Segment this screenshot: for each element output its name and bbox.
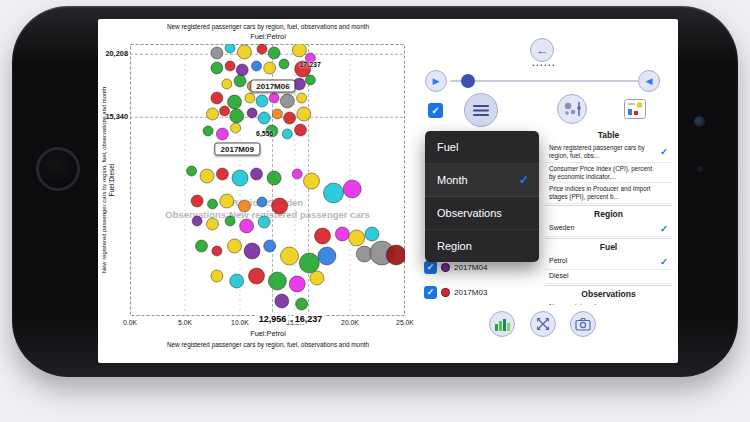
timeline-slider-knob[interactable]	[461, 74, 475, 88]
dropdown-item-fuel[interactable]: Fuel	[425, 131, 539, 164]
bubble[interactable]	[216, 128, 228, 140]
bubble[interactable]	[249, 268, 265, 284]
bubble[interactable]	[295, 124, 307, 136]
catalog-item[interactable]: Sweden✓	[545, 221, 672, 237]
catalog-item[interactable]: New registered passenger cars by region,…	[545, 142, 672, 163]
bubble[interactable]	[245, 93, 255, 103]
bubble[interactable]	[318, 247, 336, 265]
bubble[interactable]	[281, 247, 299, 265]
bubble[interactable]	[234, 75, 246, 87]
dimension-menu-button[interactable]	[464, 93, 498, 127]
bubble[interactable]	[232, 170, 248, 186]
bubble[interactable]	[297, 107, 311, 121]
catalog-item[interactable]: Diesel	[545, 270, 672, 284]
bubble[interactable]	[220, 194, 234, 208]
timeline-slider-track[interactable]	[450, 80, 638, 82]
dropdown-item-observations[interactable]: Observations	[425, 197, 539, 230]
bubble[interactable]	[225, 61, 235, 71]
bubble[interactable]	[252, 61, 262, 71]
bubble[interactable]	[230, 274, 244, 288]
legend-checkbox[interactable]: ✓	[424, 261, 437, 274]
bubble[interactable]	[192, 216, 202, 226]
bubble[interactable]	[267, 171, 281, 185]
bubble[interactable]	[257, 44, 267, 54]
bubble[interactable]	[203, 126, 213, 136]
dropdown-item-month[interactable]: Month✓	[425, 164, 539, 197]
bubble[interactable]	[335, 227, 349, 241]
bubble[interactable]	[292, 44, 306, 57]
bubble[interactable]	[289, 276, 305, 292]
bubble[interactable]	[256, 95, 268, 107]
bubble[interactable]	[240, 219, 254, 233]
dropdown-item-region[interactable]: Region	[425, 230, 539, 262]
play-button[interactable]: ▶	[425, 70, 447, 92]
bubble[interactable]	[196, 240, 208, 252]
mini-chart-thumbnail[interactable]	[624, 99, 646, 123]
bubble[interactable]	[228, 95, 242, 109]
catalog-item[interactable]: Consumer Price Index (CPI), percent by e…	[545, 163, 672, 184]
step-back-button[interactable]: ◀	[638, 70, 660, 92]
bubble[interactable]	[272, 198, 288, 214]
bubble[interactable]	[279, 59, 289, 69]
bubble[interactable]	[324, 183, 344, 203]
bubble[interactable]	[191, 195, 203, 207]
bubble[interactable]	[228, 239, 242, 253]
bubble[interactable]	[237, 45, 251, 59]
bubble[interactable]	[315, 228, 331, 244]
bubble[interactable]	[236, 64, 248, 76]
bubble[interactable]	[310, 271, 324, 285]
bubble[interactable]	[280, 94, 294, 108]
bubble[interactable]	[244, 243, 260, 259]
bubble[interactable]	[216, 168, 228, 180]
bubble[interactable]	[207, 108, 219, 120]
bubble[interactable]	[305, 75, 315, 85]
bubble[interactable]	[211, 47, 223, 59]
fullscreen-button[interactable]	[530, 311, 556, 337]
bubble[interactable]	[272, 109, 282, 119]
screenshot-button[interactable]	[570, 311, 596, 337]
bubble[interactable]	[211, 62, 223, 74]
bubble[interactable]	[251, 168, 263, 180]
bubble[interactable]	[297, 93, 307, 103]
bubble[interactable]	[225, 216, 235, 226]
bubble[interactable]	[264, 240, 276, 252]
bubble[interactable]	[269, 93, 279, 103]
bubble[interactable]	[222, 79, 232, 89]
bubble[interactable]	[258, 112, 270, 124]
bubble[interactable]	[282, 129, 292, 139]
legend-row[interactable]: ✓2017M04	[424, 260, 487, 274]
bubble[interactable]	[386, 245, 405, 265]
chart-style-button[interactable]	[489, 311, 515, 337]
bubble[interactable]	[292, 169, 302, 179]
bubble[interactable]	[211, 270, 223, 282]
bubble[interactable]	[264, 62, 276, 74]
home-button[interactable]	[36, 147, 80, 191]
legend-row[interactable]: ✓2017M03	[424, 285, 487, 299]
bubble[interactable]	[258, 216, 270, 228]
bubble[interactable]	[343, 180, 361, 198]
bubble[interactable]	[211, 92, 223, 104]
bubble[interactable]	[225, 44, 235, 53]
catalog-item[interactable]: Petrol✓	[545, 254, 672, 270]
bubble[interactable]	[200, 169, 214, 183]
annotation-month[interactable]: 2017M09	[215, 142, 260, 155]
bubble[interactable]	[187, 166, 197, 176]
bubble[interactable]	[296, 298, 308, 310]
bubble[interactable]	[268, 47, 280, 59]
catalog-item[interactable]: Price indices in Producer and Import sta…	[545, 183, 672, 204]
catalog-item[interactable]: New registered...	[545, 301, 672, 305]
bubble[interactable]	[212, 246, 222, 256]
annotation-month[interactable]: 2017M06	[250, 80, 295, 93]
select-all-checkbox[interactable]: ✓	[428, 103, 443, 118]
legend-checkbox[interactable]: ✓	[424, 286, 437, 299]
bubble[interactable]	[247, 108, 257, 118]
bubble[interactable]	[349, 230, 365, 246]
bubble[interactable]	[220, 106, 230, 116]
bubble[interactable]	[208, 199, 218, 209]
bubble[interactable]	[275, 294, 289, 308]
bubble[interactable]	[231, 123, 241, 133]
bubble[interactable]	[257, 197, 267, 207]
bubble[interactable]	[207, 218, 219, 230]
bubble[interactable]	[284, 112, 296, 124]
bubble[interactable]	[304, 173, 320, 189]
